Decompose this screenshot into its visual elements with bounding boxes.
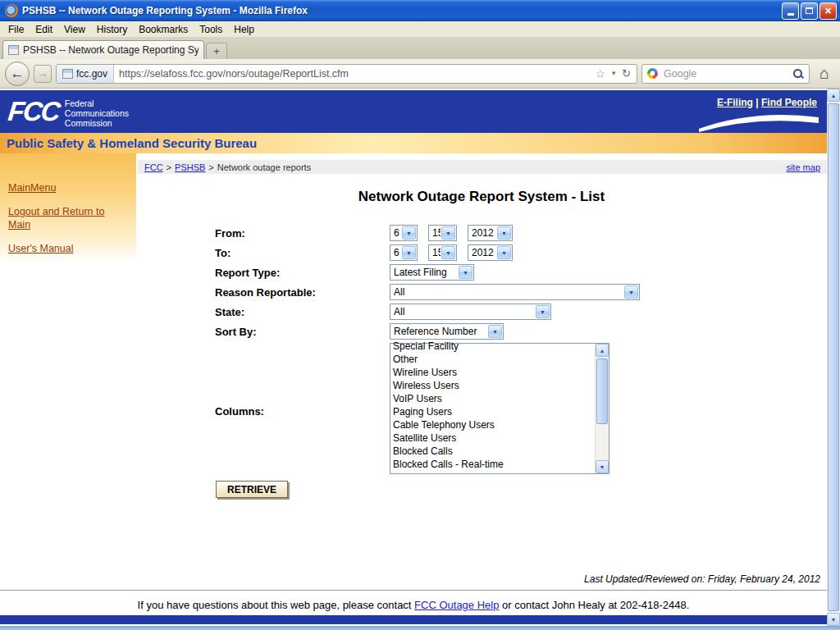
footer-blue-bar xyxy=(0,615,827,624)
chevron-down-icon[interactable]: ▼ xyxy=(624,285,638,299)
forward-arrow-icon: → xyxy=(38,67,48,80)
org-line-3: Commission xyxy=(65,118,112,128)
page-scroll-down-button[interactable]: ▼ xyxy=(827,613,840,626)
listbox-option[interactable]: VoIP Users xyxy=(393,392,595,405)
sort-by-label: Sort By: xyxy=(215,326,257,338)
sort-by-select[interactable]: Reference Number ▼ xyxy=(390,323,504,340)
fcc-header-banner: FCC Federal Communications Commission E-… xyxy=(0,90,827,133)
site-chip-label: fcc.gov xyxy=(76,68,107,80)
to-year-select[interactable]: 2012 ▼ xyxy=(468,244,513,261)
scroll-down-button[interactable]: ▼ xyxy=(596,460,609,473)
search-icon[interactable] xyxy=(792,68,804,80)
tab-active[interactable]: PSHSB -- Network Outage Reporting System xyxy=(2,40,204,59)
breadcrumb-separator: > xyxy=(208,162,213,172)
listbox-option[interactable]: Blocked Calls - Historic xyxy=(393,471,595,473)
reason-reportable-select[interactable]: All ▼ xyxy=(390,284,640,300)
chevron-down-icon[interactable]: ▼ xyxy=(497,246,511,259)
efiling-link[interactable]: E-Filing xyxy=(717,97,753,108)
bookmark-star-icon[interactable]: ☆ xyxy=(596,67,606,80)
menu-edit[interactable]: Edit xyxy=(30,22,58,37)
to-month-select[interactable]: 6 ▼ xyxy=(390,244,418,261)
columns-listbox[interactable]: Special Facility Other Wireline Users Wi… xyxy=(390,343,609,474)
chevron-down-icon[interactable]: ▼ xyxy=(536,305,550,318)
page-title: Network Outage Report System - List xyxy=(136,189,827,205)
page-scrollbar[interactable]: ▲ ▼ xyxy=(827,89,840,626)
retrieve-button[interactable]: RETRIEVE xyxy=(216,481,288,498)
forward-button[interactable]: → xyxy=(34,65,52,83)
chevron-down-icon[interactable]: ▼ xyxy=(459,266,472,279)
breadcrumb-link-pshsb[interactable]: PSHSB xyxy=(175,162,205,172)
menu-tools[interactable]: Tools xyxy=(194,22,228,37)
from-day-select[interactable]: 15 ▼ xyxy=(428,225,457,241)
menu-help[interactable]: Help xyxy=(228,22,260,37)
history-dropdown-icon[interactable]: ▼ xyxy=(610,70,617,77)
chevron-down-icon[interactable]: ▼ xyxy=(497,226,511,240)
to-day-value: 15 xyxy=(429,245,441,260)
fcc-outage-help-link[interactable]: FCC Outage Help xyxy=(414,599,499,611)
to-day-select[interactable]: 15 ▼ xyxy=(428,244,457,261)
listbox-option[interactable]: Satellite Users xyxy=(393,431,595,445)
footer-text-before: If you have questions about this web pag… xyxy=(138,599,415,611)
browser-viewport: FCC Federal Communications Commission E-… xyxy=(0,89,840,626)
listbox-option[interactable]: Blocked Calls - Real-time xyxy=(393,458,595,471)
chevron-down-icon[interactable]: ▼ xyxy=(402,246,416,259)
from-year-select[interactable]: 2012 ▼ xyxy=(468,225,513,241)
sidebar-item-users-manual[interactable]: User's Manual xyxy=(8,242,125,255)
listbox-option[interactable]: Other xyxy=(393,353,595,366)
listbox-option[interactable]: Wireless Users xyxy=(393,379,595,392)
org-line-1: Federal xyxy=(65,98,94,108)
search-input[interactable] xyxy=(662,67,788,80)
listbox-scrollbar[interactable]: ▲ ▼ xyxy=(595,344,609,473)
breadcrumb-separator: > xyxy=(167,162,171,172)
menu-bookmarks[interactable]: Bookmarks xyxy=(133,22,194,37)
listbox-option[interactable]: Blocked Calls xyxy=(393,445,595,458)
minimize-button[interactable] xyxy=(782,2,799,20)
listbox-option[interactable]: Paging Users xyxy=(393,405,595,418)
header-link-separator: | xyxy=(756,97,758,108)
chevron-down-icon[interactable]: ▼ xyxy=(441,226,455,240)
page-scroll-up-button[interactable]: ▲ xyxy=(827,89,840,102)
url-text[interactable]: https://selafoss.fcc.gov/nors/outage/Rep… xyxy=(114,68,590,80)
from-label: From: xyxy=(215,227,245,240)
listbox-option[interactable]: Special Facility xyxy=(393,340,595,353)
site-identity-chip[interactable]: fcc.gov xyxy=(57,65,114,83)
state-value: All xyxy=(390,304,535,319)
report-type-select[interactable]: Latest Filing ▼ xyxy=(390,264,474,281)
menu-history[interactable]: History xyxy=(91,22,133,37)
listbox-scrollbar-track[interactable] xyxy=(596,426,609,460)
find-people-link[interactable]: Find People xyxy=(761,97,817,108)
from-year-value: 2012 xyxy=(468,226,496,240)
scroll-up-button[interactable]: ▲ xyxy=(596,344,609,357)
report-type-label: Report Type: xyxy=(215,267,280,279)
to-date-row: 6 ▼ 15 ▼ 2012 ▼ xyxy=(390,244,513,261)
url-bar[interactable]: fcc.gov https://selafoss.fcc.gov/nors/ou… xyxy=(56,64,637,84)
fcc-logo-mark: FCC xyxy=(7,94,61,130)
navigation-toolbar: ← → fcc.gov https://selafoss.fcc.gov/nor… xyxy=(0,59,840,89)
sidebar-item-mainmenu[interactable]: MainMenu xyxy=(8,181,125,194)
site-map-link[interactable]: site map xyxy=(786,162,820,172)
search-box[interactable] xyxy=(641,64,810,84)
maximize-button[interactable] xyxy=(801,2,818,20)
columns-label: Columns: xyxy=(215,405,264,418)
listbox-option[interactable]: Wireline Users xyxy=(393,366,595,379)
listbox-scrollbar-thumb[interactable] xyxy=(596,358,608,424)
reload-icon[interactable]: ↻ xyxy=(622,67,631,80)
breadcrumb-link-fcc[interactable]: FCC xyxy=(144,162,163,172)
from-month-value: 6 xyxy=(390,226,401,240)
chevron-down-icon[interactable]: ▼ xyxy=(402,226,416,240)
state-select[interactable]: All ▼ xyxy=(390,304,551,320)
new-tab-button[interactable]: + xyxy=(206,43,227,59)
last-updated-text: Last Updated/Reviewed on: Friday, Februa… xyxy=(584,573,820,585)
close-button[interactable]: × xyxy=(819,2,837,20)
menu-view[interactable]: View xyxy=(58,22,91,37)
page-scrollbar-thumb[interactable] xyxy=(828,103,839,611)
sidebar-item-logout[interactable]: Logout and Return to Main xyxy=(8,205,125,231)
chevron-down-icon[interactable]: ▼ xyxy=(441,246,455,259)
chevron-down-icon[interactable]: ▼ xyxy=(488,325,502,338)
home-button[interactable]: ⌂ xyxy=(814,63,835,84)
menu-file[interactable]: File xyxy=(2,22,30,37)
site-favicon-icon xyxy=(62,69,73,79)
back-button[interactable]: ← xyxy=(5,62,30,86)
from-month-select[interactable]: 6 ▼ xyxy=(390,225,418,241)
listbox-option[interactable]: Cable Telephony Users xyxy=(393,418,595,431)
